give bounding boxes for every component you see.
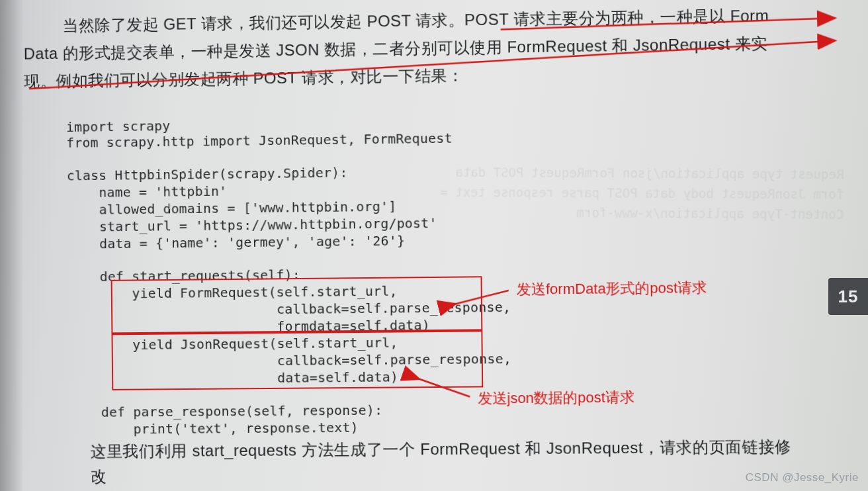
annotation-label-json: 发送json数据的post请求 bbox=[478, 388, 634, 409]
page-number-tab: 15 bbox=[828, 278, 868, 315]
page-number: 15 bbox=[838, 287, 859, 307]
book-page-photo: Request type application/json FormReques… bbox=[0, 0, 868, 491]
annotation-label-formdata: 发送formData形式的post请求 bbox=[517, 278, 707, 300]
watermark: CSDN @Jesse_Kyrie bbox=[746, 471, 859, 484]
page-content: Request type application/json FormReques… bbox=[1, 0, 868, 491]
annotation-arrows bbox=[1, 0, 868, 491]
paragraph-bottom: 这里我们利用 start_requests 方法生成了一个 FormReques… bbox=[91, 434, 792, 489]
